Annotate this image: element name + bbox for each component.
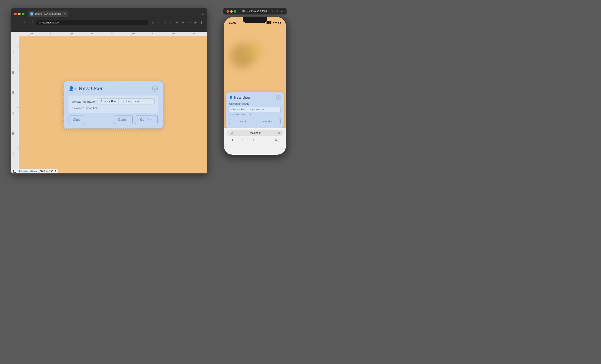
iphone-url-text: localhost <box>250 131 260 134</box>
iphone-user-add-icon: 👤 <box>229 96 233 99</box>
browser-tab[interactable]: ⬡ Dialog | GUI Challenges ✕ <box>28 10 68 17</box>
iphone-device: 10:03 ▋▋▋ ●●● ▮▮ 👤 New User <box>223 17 287 155</box>
iphone-close-light[interactable] <box>227 10 229 13</box>
confirm-button[interactable]: Confirm <box>135 115 158 124</box>
clear-button[interactable]: Clear <box>69 115 85 124</box>
iphone-file-row: Choose File no file selected <box>229 107 280 112</box>
iphone-back-icon[interactable]: ‹ <box>232 138 233 142</box>
tab-favicon: ⬡ <box>30 12 33 16</box>
cast-icon[interactable]: ⎋ <box>150 20 155 25</box>
iphone-screenshot-icon[interactable]: ⊡ <box>276 10 279 13</box>
back-button[interactable]: ‹ <box>14 20 20 25</box>
dialog-header: 👤+ New User ✕ <box>69 85 158 92</box>
svg-text:600: 600 <box>12 152 14 155</box>
iphone-notch <box>243 17 267 23</box>
iphone-nav-bar: ‹ › ↑ □ ⧉ <box>227 137 283 143</box>
no-file-label: No file chosen <box>119 98 155 104</box>
toolbar-actions: ⎋ ↑ ☆ ⊘ ✦ ≡ ▭ ◉ ⋮ <box>150 20 204 25</box>
status-selector: dialog#MegaDialog <box>18 170 38 172</box>
upload-row: Upload an image Choose File No file chos… <box>72 98 155 104</box>
iphone-dialog-footer: Cancel Confirm <box>229 118 280 125</box>
signal-icon: ●●● <box>273 21 277 24</box>
iphone-rotate-icon[interactable]: ↩ <box>281 10 283 13</box>
dialog-footer: Clear Cancel Confirm <box>69 115 158 124</box>
dialog-title: New User <box>79 85 103 92</box>
browser-content: 100 200 300 400 500 600 700 800 900 <box>11 32 207 173</box>
upload-label: Upload an image <box>72 100 95 103</box>
profile-icon[interactable]: ◉ <box>193 20 198 25</box>
maximize-traffic-light[interactable] <box>22 13 24 15</box>
svg-text:200: 200 <box>12 71 14 74</box>
battery-icon: ▮▮ <box>278 21 281 24</box>
iphone-browser-bar: AA localhost ↻ ‹ › ↑ □ ⧉ <box>224 128 286 155</box>
puzzle-icon[interactable]: ✦ <box>174 20 180 25</box>
browser-titlebar: ⬡ Dialog | GUI Challenges ✕ + ⌄ <box>11 8 207 18</box>
menu-icon[interactable]: ⋮ <box>199 20 204 25</box>
tab-title: Dialog | GUI Challenges <box>35 12 61 15</box>
share-icon[interactable]: ↑ <box>156 20 161 25</box>
iphone-upload-hint: * Maximum upload 1mb <box>229 113 280 116</box>
iphone-toolbar: iPhone 13 – iOS 15.4 ⌂ ⊡ ↩ <box>223 8 287 14</box>
browser-chrome: ⬡ Dialog | GUI Challenges ✕ + ⌄ ‹ › ↺ ⓘ … <box>11 8 207 32</box>
svg-text:300: 300 <box>70 32 73 34</box>
iphone-device-label: iPhone 13 – iOS 15.4 <box>242 10 267 13</box>
bookmark-icon[interactable]: ☆ <box>162 20 167 25</box>
forward-button[interactable]: › <box>21 20 27 25</box>
iphone-upload-label: Upload an image <box>229 102 280 105</box>
status-icon <box>13 170 16 173</box>
iphone-dialog-close-button[interactable]: ✕ <box>276 95 280 100</box>
iphone-max-light[interactable] <box>234 10 236 13</box>
iphone-tabs-icon[interactable]: ⧉ <box>275 138 278 142</box>
iphone-screen: 10:03 ▋▋▋ ●●● ▮▮ 👤 New User <box>224 17 286 155</box>
file-input-wrapper: Choose File No file chosen <box>97 98 155 104</box>
traffic-lights <box>14 13 24 15</box>
iphone-home-icon[interactable]: ⌂ <box>272 10 274 13</box>
svg-rect-32 <box>14 171 15 171</box>
svg-text:100: 100 <box>12 51 14 53</box>
iphone-min-light[interactable] <box>230 10 233 13</box>
svg-text:900: 900 <box>193 32 196 34</box>
list-icon[interactable]: ≡ <box>180 20 186 25</box>
ruler-left: 100 200 300 400 500 600 <box>11 36 19 173</box>
address-bar[interactable]: ⓘ localhost:3000 <box>36 20 148 25</box>
iphone-bookmarks-icon[interactable]: □ <box>264 138 266 142</box>
iphone-choose-file-button[interactable]: Choose File <box>229 107 247 112</box>
window-expand-icon[interactable]: ⌄ <box>201 12 204 16</box>
new-user-dialog: 👤+ New User ✕ Upload an image Choose Fil… <box>63 81 163 129</box>
iphone-dialog-title: New User <box>234 95 251 100</box>
devices-icon[interactable]: ▭ <box>187 20 192 25</box>
iphone-aa-label: AA <box>230 131 233 134</box>
svg-text:200: 200 <box>50 32 53 34</box>
desktop-browser: ⬡ Dialog | GUI Challenges ✕ + ⌄ ‹ › ↺ ⓘ … <box>11 8 207 173</box>
choose-file-button[interactable]: Choose File <box>97 98 119 104</box>
svg-rect-33 <box>15 171 15 171</box>
iphone-refresh-icon[interactable]: ↻ <box>278 131 280 134</box>
lock-icon: ⓘ <box>38 21 40 24</box>
upload-hint: * Maximum upload 1mb <box>72 107 98 110</box>
status-dimensions: 520.29 × 263.17 <box>40 170 56 172</box>
iphone-url-bar[interactable]: AA localhost ↻ <box>227 130 283 136</box>
bg-circle-2 <box>244 42 263 60</box>
user-add-icon: 👤+ <box>69 86 77 91</box>
iphone-dialog: 👤 New User ✕ Upload an image Choose File… <box>226 92 284 128</box>
iphone-dialog-title-area: 👤 New User <box>229 95 251 100</box>
iphone-cancel-button[interactable]: Cancel <box>229 118 254 125</box>
browser-statusbar: dialog#MegaDialog 520.29 × 263.17 <box>11 169 58 173</box>
wifi-icon: ▋▋▋ <box>267 21 272 24</box>
svg-text:300: 300 <box>12 91 14 94</box>
dialog-overlay: 👤+ New User ✕ Upload an image Choose Fil… <box>19 36 207 173</box>
new-tab-button[interactable]: + <box>71 12 73 16</box>
minimize-traffic-light[interactable] <box>18 13 20 15</box>
iphone-time: 10:03 <box>229 21 237 24</box>
iphone-forward-icon[interactable]: › <box>242 138 243 142</box>
browser-toolbar: ‹ › ↺ ⓘ localhost:3000 ⎋ ↑ ☆ ⊘ ✦ ≡ ▭ ◉ ⋮ <box>11 18 207 27</box>
shield-icon[interactable]: ⊘ <box>168 20 174 25</box>
dialog-body: Upload an image Choose File No file chos… <box>69 95 158 113</box>
refresh-button[interactable]: ↺ <box>29 20 34 25</box>
dialog-close-button[interactable]: ✕ <box>152 86 158 92</box>
tab-close-button[interactable]: ✕ <box>64 12 66 15</box>
iphone-confirm-button[interactable]: Confirm <box>256 118 280 125</box>
iphone-share-icon[interactable]: ↑ <box>253 138 255 142</box>
cancel-button[interactable]: Cancel <box>114 115 133 124</box>
close-traffic-light[interactable] <box>14 13 17 15</box>
